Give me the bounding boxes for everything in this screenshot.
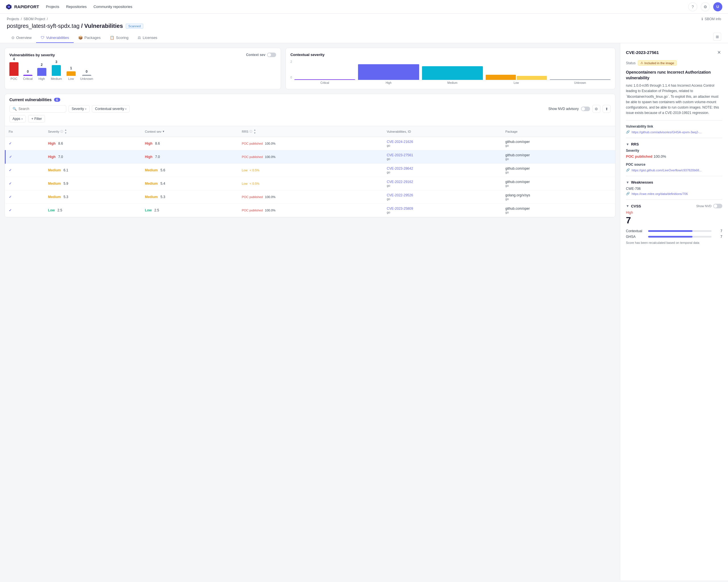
page-title: postgres_latest-syft-spdx.tag / Vulnerab…	[7, 23, 123, 29]
th-context-sev[interactable]: Context sev ▾	[141, 126, 238, 137]
breadcrumb: Projects / SBOM Project /	[7, 17, 143, 21]
cwe-link[interactable]: 🔗 https://cwe.mitre.org/data/definitions…	[626, 192, 722, 195]
apps-filter[interactable]: Apps ▾	[9, 115, 26, 122]
table-row[interactable]: ✓ Low 2.5 Low 2.5 POC published 100.0% C…	[5, 204, 615, 217]
th-severity[interactable]: Severity ⓘ ▲▼	[45, 126, 141, 137]
status-badge: ⚠ Included in the image	[638, 60, 677, 66]
contextual-bar-fill	[648, 230, 693, 232]
table-header-row: Fix Severity ⓘ ▲▼ Context sev ▾	[5, 126, 615, 137]
contextual-chart-title: Contextual severity	[290, 53, 324, 57]
chevron-down-icon: ▼	[626, 142, 629, 146]
cell-cve[interactable]: CVE-2022-29162 go	[383, 177, 502, 190]
nav-community-repos[interactable]: Community repositories	[94, 4, 132, 9]
contextual-filter[interactable]: Contextual severity ▾	[92, 105, 130, 113]
cve-detail-header: CVE-2023-27561 ✕	[626, 49, 722, 56]
search-box[interactable]: 🔍	[9, 105, 66, 113]
cell-severity: Medium 5.9	[45, 177, 141, 190]
context-sev-toggle[interactable]: Context sev	[246, 53, 276, 57]
breadcrumb-projects[interactable]: Projects	[7, 17, 19, 21]
cell-severity: High 8.6	[45, 137, 141, 150]
ghsa-value: 7	[714, 235, 722, 239]
cell-package: github.com/oper go	[502, 150, 615, 164]
table-row[interactable]: ✓ Medium 6.1 Medium 5.6 Low < 0.5% CVE-2…	[5, 164, 615, 177]
cell-cve[interactable]: CVE-2023-27561 go	[383, 150, 502, 164]
table-row[interactable]: ✓ High 8.6 High 8.6 POC published 100.0%…	[5, 137, 615, 150]
table-row[interactable]: ✓ Medium 5.9 Medium 5.4 Low < 0.5% CVE-2…	[5, 177, 615, 190]
cell-severity: Medium 6.1	[45, 164, 141, 177]
warning-icon: ⚠	[641, 61, 643, 65]
status-label: Status	[626, 61, 635, 65]
vulnerabilities-section: Current vulnerabilities 6 🔍 Severity ▾ C…	[4, 94, 615, 217]
cell-cve[interactable]: CVE-2024-21626 go	[383, 137, 502, 150]
bar-poc: 4 POC	[9, 57, 19, 80]
show-nvd-small-toggle[interactable]	[713, 204, 722, 208]
vulnerabilities-header: Current vulnerabilities 6 🔍 Severity ▾ C…	[5, 94, 615, 126]
app-logo[interactable]: RAPIDFORT	[6, 4, 39, 10]
breadcrumb-sbom[interactable]: SBOM Project	[24, 17, 45, 21]
add-filter-button[interactable]: + Filter	[28, 115, 45, 122]
tab-licenses[interactable]: ⚖ Licenses	[133, 33, 162, 43]
context-toggle-switch[interactable]	[267, 53, 276, 57]
search-input[interactable]	[19, 107, 63, 111]
nav-repositories[interactable]: Repositories	[66, 4, 86, 9]
nav-links: Projects Repositories Community reposito…	[46, 4, 682, 9]
vuln-count-badge: 6	[54, 98, 60, 102]
cell-context-sev: Medium 5.4	[141, 177, 238, 190]
nav-projects[interactable]: Projects	[46, 4, 59, 9]
status-row: Status ⚠ Included in the image	[626, 60, 722, 66]
cell-fix: ✓	[5, 177, 45, 190]
help-button[interactable]: ?	[688, 2, 697, 11]
close-button[interactable]: ✕	[716, 49, 722, 56]
cell-fix: ✓	[5, 150, 45, 164]
th-fix: Fix	[5, 126, 45, 137]
scanned-badge: Scanned	[126, 24, 143, 29]
severity-chart-card: Vulnerabilities by severity Context sev …	[4, 48, 281, 89]
chevron-down-icon: ▾	[163, 130, 164, 133]
table-row[interactable]: ✓ Medium 5.3 Medium 5.3 POC published 10…	[5, 190, 615, 204]
top-navigation: RAPIDFORT Projects Repositories Communit…	[0, 0, 728, 13]
bar-high: 2 High	[37, 63, 46, 80]
export-button[interactable]: ⬆	[603, 105, 610, 113]
rrs-section-header[interactable]: ▼ RRS	[626, 142, 722, 146]
bar-unknown: 0 Unknown	[80, 70, 93, 80]
recalc-note: Score has been recalculated based on tem…	[626, 241, 722, 244]
chevron-down-icon: ▼	[626, 204, 629, 208]
bar-critical: 0 Critical	[23, 70, 33, 80]
logo-icon	[6, 4, 12, 10]
tab-packages[interactable]: 📦 Packages	[74, 33, 105, 43]
cell-rrs: POC published 100.0%	[238, 137, 383, 150]
user-avatar[interactable]: U	[713, 2, 722, 11]
search-icon: 🔍	[12, 107, 17, 111]
sbom-info-button[interactable]: ℹ SBOM info	[702, 17, 721, 21]
contextual-bar-track	[648, 230, 711, 232]
contextual-chart: 2 0	[290, 60, 610, 84]
tab-overview[interactable]: ⊙ Overview	[7, 33, 36, 43]
cell-cve[interactable]: CVE-2023-25809 go	[383, 204, 502, 217]
cvss-section-header[interactable]: ▼ CVSS	[626, 204, 641, 208]
tab-scoring[interactable]: 📋 Scoring	[105, 33, 133, 43]
show-nvd-toggle[interactable]	[581, 107, 590, 111]
cve-description: runc 1.0.0-rc95 through 1.1.4 has Incorr…	[626, 83, 722, 116]
settings-button[interactable]: ⚙	[701, 2, 710, 11]
severity-filter[interactable]: Severity ▾	[69, 105, 89, 113]
cve-detail-panel: CVE-2023-27561 ✕ Status ⚠ Included in th…	[620, 43, 728, 580]
contextual-bar-row: Contextual 7	[626, 229, 722, 233]
nav-icons: ? ⚙ U	[688, 2, 722, 11]
cell-context-sev: High 7.0	[141, 150, 238, 164]
cell-cve[interactable]: CVE-2022-29526 go	[383, 190, 502, 204]
th-rrs[interactable]: RRS ⓘ ▲▼	[238, 126, 383, 137]
settings-gear-button[interactable]: ⚙	[592, 105, 600, 113]
cell-cve[interactable]: CVE-2023-28642 go	[383, 164, 502, 177]
view-toggle-button[interactable]: ⊞	[713, 33, 721, 43]
sort-arrows: ▲▼	[64, 129, 67, 134]
poc-source-link[interactable]: 🔗 https://gist.github.com/LiveOverflow/c…	[626, 168, 722, 172]
table-row[interactable]: ✓ High 7.0 High 7.0 POC published 100.0%…	[5, 150, 615, 164]
vulnerability-link-section: Vulnerability link 🔗 https://github.com/…	[626, 124, 722, 134]
vulnerabilities-table: Fix Severity ⓘ ▲▼ Context sev ▾	[5, 126, 615, 217]
th-cve-id: Vulnerabilities, ID	[383, 126, 502, 137]
ghsa-bar-row: GHSA 7	[626, 235, 722, 239]
cell-rrs: Low < 0.5%	[238, 177, 383, 190]
weaknesses-section-header[interactable]: ▼ Weaknesses	[626, 180, 722, 185]
tab-vulnerabilities[interactable]: 🛡 Vulnerabilities	[36, 33, 73, 43]
vulnerability-link[interactable]: 🔗 https://github.com/advisories/GHSA-vpv…	[626, 130, 722, 134]
